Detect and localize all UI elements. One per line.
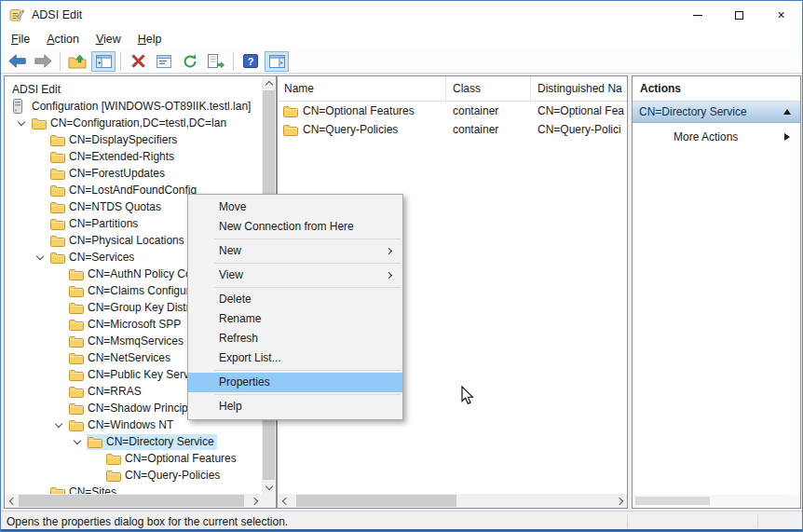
folder-icon (32, 117, 48, 130)
tree-item-cn-optional-features[interactable]: CN=Optional Features (5, 450, 262, 467)
toolbar-forward-button[interactable] (31, 51, 55, 72)
folder-icon (50, 252, 66, 264)
folder-icon (69, 285, 85, 297)
tree-item-cn-directory-service[interactable]: CN=Directory Service (5, 433, 262, 450)
scroll-left-icon (281, 497, 289, 504)
menu-item-label: New (219, 244, 241, 257)
menu-item-label: New Connection from Here (219, 220, 354, 233)
context-menu-separator (214, 239, 401, 239)
scroll-down-icon (265, 482, 272, 489)
folder-icon (50, 218, 66, 230)
context-menu-item-delete[interactable]: Delete (188, 290, 402, 309)
toolbar-delete-button[interactable] (126, 51, 150, 72)
adsi-edit-window: ADSI Edit × FileActionViewHelp ? ADSI Ed… (0, 0, 803, 532)
menu-item-label: View (219, 268, 243, 281)
tree-item-cn-configuration-dc-testl-dc-lan[interactable]: CN=Configuration,DC=testl,DC=lan (5, 115, 262, 131)
column-header-distinguished-na[interactable]: Distinguished Na (531, 76, 627, 101)
tree-item-cn-sites[interactable]: CN=Sites (5, 484, 262, 494)
more-actions-item[interactable]: More Actions (633, 127, 800, 147)
context-menu-item-refresh[interactable]: Refresh (188, 329, 402, 348)
tree-item-label: Configuration [WINDOWS-OT89IIK.testl.lan… (32, 100, 251, 113)
folder-icon (50, 168, 66, 180)
folder-icon (50, 235, 66, 247)
column-header-class[interactable]: Class (446, 76, 531, 101)
forward-icon (34, 54, 52, 68)
tree-item-cn-query-policies[interactable]: CN=Query-Policies (5, 467, 262, 484)
context-menu-item-export-list[interactable]: Export List... (188, 348, 402, 368)
folder-icon (88, 436, 103, 448)
scroll-left-button[interactable] (278, 494, 292, 508)
menu-action[interactable]: Action (38, 31, 88, 48)
adsi-edit-app-icon (9, 7, 24, 22)
menu-file[interactable]: File (3, 31, 38, 48)
expander-icon[interactable] (68, 441, 87, 443)
minimize-button[interactable] (676, 1, 718, 29)
up-one-level-icon (68, 54, 87, 69)
window-border (1, 529, 802, 531)
list-item-cn-optional-features[interactable]: CN=Optional FeaturescontainerCN=Optional… (278, 102, 627, 120)
toolbar-show-action-pane-button[interactable] (265, 51, 289, 72)
context-menu-item-new[interactable]: New (188, 241, 402, 261)
toolbar-up-one-level-button[interactable] (65, 51, 89, 72)
actions-horizontal-scrollbar[interactable] (633, 495, 799, 507)
scroll-right-button[interactable] (248, 494, 262, 508)
folder-icon (50, 134, 66, 146)
folder-icon (283, 105, 299, 117)
toolbar-back-button[interactable] (5, 51, 29, 72)
context-menu-separator (214, 287, 401, 288)
column-header-name[interactable]: Name (278, 76, 446, 101)
menu-help[interactable]: Help (129, 31, 170, 48)
expander-icon[interactable] (12, 122, 31, 125)
toolbar-refresh-button[interactable] (178, 51, 202, 72)
scrollbar-thumb[interactable] (296, 495, 456, 507)
list-item-cn-query-policies[interactable]: CN=Query-PoliciescontainerCN=Query-Polic… (278, 120, 627, 139)
maximize-button[interactable] (718, 1, 760, 29)
context-menu-item-help[interactable]: Help (188, 397, 402, 416)
toolbar-help-button[interactable]: ? (238, 51, 263, 72)
list-horizontal-scrollbar[interactable] (278, 494, 627, 508)
show-action-pane-icon (269, 55, 285, 68)
context-menu-item-view[interactable]: View (188, 266, 402, 285)
submenu-arrow-icon (784, 133, 790, 141)
actions-section-header[interactable]: CN=Directory Service (633, 102, 800, 123)
scroll-up-button[interactable] (262, 76, 276, 90)
show-console-tree-icon (96, 55, 112, 68)
scroll-down-button[interactable] (262, 480, 276, 494)
close-icon: × (777, 8, 784, 21)
expander-icon[interactable] (31, 256, 49, 259)
tree-item-configuration-windows-ot89iik-testl-lan[interactable]: Configuration [WINDOWS-OT89IIK.testl.lan… (5, 98, 262, 115)
context-menu-item-new-connection-from-here[interactable]: New Connection from Here (188, 217, 402, 237)
close-button[interactable]: × (760, 1, 802, 29)
tree-item-cn-forestupdates[interactable]: CN=ForestUpdates (5, 165, 262, 182)
toolbar-export-list-button[interactable] (204, 51, 228, 72)
expander-icon[interactable] (49, 424, 68, 427)
scroll-right-button[interactable] (613, 494, 627, 508)
scrollbar-thumb[interactable] (19, 495, 244, 507)
menu-view[interactable]: View (88, 31, 129, 48)
scrollbar-thumb[interactable] (635, 497, 710, 505)
tree-item-adsi-edit[interactable]: ADSI Edit (5, 81, 262, 98)
menu-bar: FileActionViewHelp (1, 29, 802, 49)
menu-item-label: Delete (219, 293, 252, 306)
context-menu-item-move[interactable]: Move (188, 198, 402, 217)
submenu-arrow-icon (386, 248, 392, 254)
actions-pane-title: Actions (633, 76, 800, 102)
context-menu-separator (214, 394, 401, 395)
toolbar-show-console-tree-button[interactable] (91, 51, 116, 72)
scroll-left-button[interactable] (5, 494, 19, 508)
window-title: ADSI Edit (32, 8, 82, 21)
toolbar-properties-button[interactable] (152, 51, 176, 72)
tree-item-label: ADSI Edit (12, 83, 61, 96)
context-menu-item-rename[interactable]: Rename (188, 309, 402, 329)
tree-item-label: CN=Physical Locations (69, 234, 184, 247)
title-bar: ADSI Edit × (1, 1, 802, 29)
item-name: CN=Optional Features (303, 104, 415, 117)
actions-pane: Actions CN=Directory Service More Action… (632, 75, 801, 509)
folder-icon (50, 184, 66, 197)
collapse-icon[interactable] (783, 109, 791, 115)
context-menu-item-properties[interactable]: Properties (188, 373, 402, 392)
tree-item-cn-extended-rights[interactable]: CN=Extended-Rights (5, 148, 262, 165)
tree-item-cn-displayspecifiers[interactable]: CN=DisplaySpecifiers (5, 131, 262, 148)
tree-horizontal-scrollbar[interactable] (5, 494, 262, 508)
menu-item-label: Rename (219, 312, 261, 325)
